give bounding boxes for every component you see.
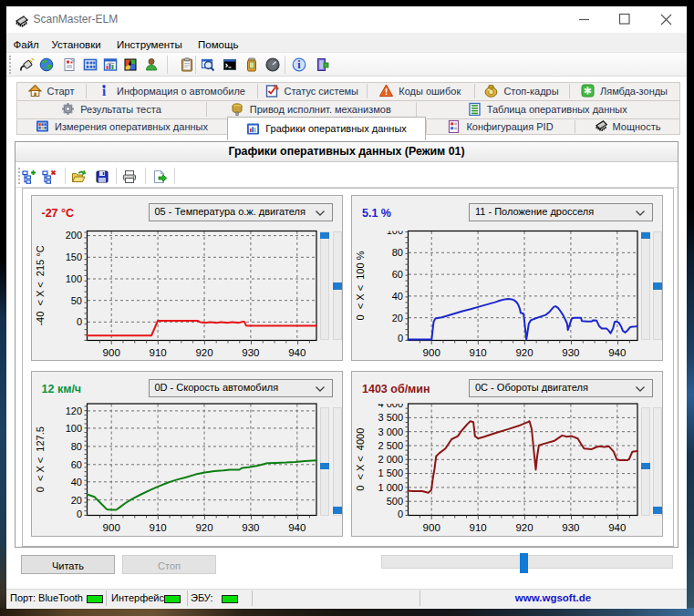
svg-text:940: 940 (288, 347, 306, 358)
svg-text:910: 910 (149, 522, 166, 533)
svg-text:3 000: 3 000 (378, 426, 403, 437)
svg-text:930: 930 (562, 522, 579, 533)
svg-text:0: 0 (398, 508, 403, 519)
svg-text:4 000: 4 000 (378, 398, 403, 409)
svg-text:200: 200 (65, 230, 81, 241)
svg-text:3 500: 3 500 (378, 412, 403, 423)
svg-text:-40 < X < 215 °C: -40 < X < 215 °C (35, 245, 46, 325)
svg-text:60: 60 (70, 459, 81, 470)
svg-text:150: 150 (65, 252, 81, 262)
svg-text:2 000: 2 000 (378, 454, 403, 465)
svg-text:900: 900 (423, 347, 440, 358)
svg-text:40: 40 (392, 291, 403, 302)
svg-text:1 000: 1 000 (378, 482, 403, 493)
svg-text:50: 50 (70, 295, 81, 306)
svg-text:900: 900 (423, 522, 440, 533)
svg-text:80: 80 (70, 441, 81, 452)
svg-text:910: 910 (470, 347, 487, 358)
svg-text:500: 500 (387, 496, 403, 507)
svg-text:100: 100 (387, 225, 403, 236)
svg-text:900: 900 (102, 522, 119, 533)
svg-text:80: 80 (392, 247, 403, 258)
svg-text:0 < X < 127.5: 0 < X < 127.5 (35, 426, 46, 492)
svg-text:920: 920 (515, 522, 533, 533)
svg-text:40: 40 (70, 477, 81, 488)
svg-text:0: 0 (76, 316, 81, 327)
svg-text:100: 100 (65, 423, 81, 434)
svg-text:930: 930 (242, 522, 259, 533)
svg-text:1 500: 1 500 (378, 467, 403, 478)
svg-text:910: 910 (149, 347, 166, 358)
svg-text:0 < X < 4000: 0 < X < 4000 (355, 428, 366, 491)
svg-text:0: 0 (76, 508, 81, 519)
svg-text:940: 940 (608, 347, 626, 358)
svg-text:20: 20 (392, 313, 403, 323)
svg-text:60: 60 (392, 269, 403, 280)
svg-text:0 < X < 100 %: 0 < X < 100 % (355, 251, 366, 320)
svg-text:940: 940 (608, 522, 626, 533)
svg-text:20: 20 (70, 495, 81, 506)
svg-text:900: 900 (102, 347, 119, 358)
svg-text:120: 120 (65, 406, 81, 416)
svg-text:930: 930 (562, 347, 579, 358)
svg-text:920: 920 (195, 522, 212, 533)
svg-text:2 500: 2 500 (378, 440, 403, 451)
svg-text:920: 920 (195, 347, 212, 358)
svg-text:930: 930 (242, 347, 259, 358)
svg-text:100: 100 (65, 273, 81, 284)
svg-text:910: 910 (470, 522, 487, 533)
svg-text:0: 0 (398, 333, 403, 344)
svg-text:940: 940 (288, 522, 306, 533)
svg-text:920: 920 (515, 347, 533, 358)
